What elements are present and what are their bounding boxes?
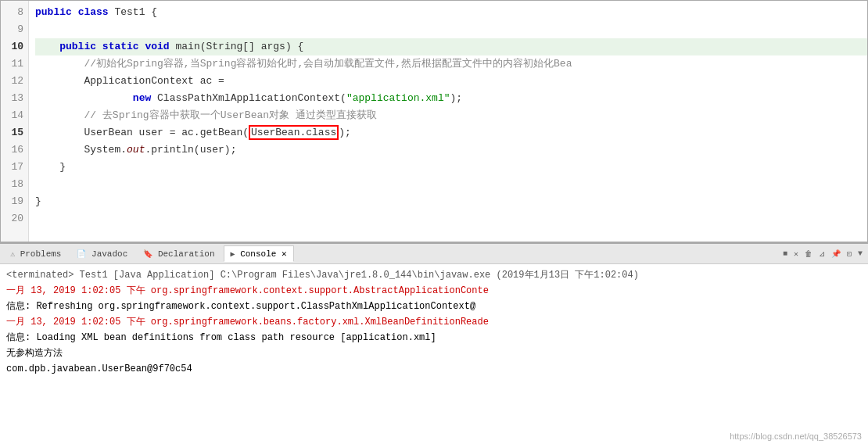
tab-declaration-label: Declaration (158, 249, 215, 259)
code-line-19: } (35, 193, 867, 210)
code-line-11: //初始化Spring容器,当Spring容器初始化时,会自动加载配置文件,然后… (35, 56, 867, 73)
console-line-4: 信息: Loading XML bean definitions from cl… (6, 330, 862, 346)
tab-problems-label: Problems (20, 249, 62, 259)
tab-javadoc[interactable]: 📄 Javadoc (70, 246, 135, 262)
code-lines[interactable]: public class Test1 { public static void … (29, 1, 867, 242)
tab-console[interactable]: ▶ Console ✕ (224, 245, 294, 262)
line-num-17: 17 (5, 159, 23, 176)
console-line-2: 信息: Refreshing org.springframework.conte… (6, 299, 862, 314)
code-line-14: // 去Spring容器中获取一个UserBean对象 通过类型直接获取 (35, 107, 867, 124)
warning-icon: ⚠ (10, 250, 15, 259)
tabs-actions: ■ ✕ 🗑 ⊿ 📌 ⊡ ▼ (780, 249, 865, 260)
line-num-16: 16 (5, 141, 23, 159)
clear-button[interactable]: 🗑 (802, 249, 815, 260)
code-line-18 (35, 176, 867, 193)
console-terminated-line: <terminated> Test1 [Java Application] C:… (6, 267, 862, 283)
line-num-18: 18 (5, 176, 23, 193)
tab-console-label: Console ✕ (240, 249, 286, 259)
line-num-9: 9 (5, 21, 23, 38)
console-line-6: com.dpb.javabean.UserBean@9f70c54 (6, 361, 862, 377)
code-line-15: UserBean user = ac.getBean(UserBean.clas… (35, 124, 867, 141)
stop-button[interactable]: ■ (780, 249, 790, 260)
console-line-3: 一月 13, 2019 1:02:05 下午 org.springframewo… (6, 314, 862, 330)
code-line-9 (35, 21, 867, 38)
line-num-14: 14 (5, 107, 23, 124)
line-num-12: 12 (5, 73, 23, 90)
line-num-15: 15 (5, 124, 23, 141)
terminate-button[interactable]: ✕ (791, 249, 801, 260)
line-num-8: 8 (5, 4, 23, 21)
tab-javadoc-label: Javadoc (91, 249, 127, 259)
console-content: <terminated> Test1 [Java Application] C:… (0, 264, 868, 444)
line-numbers: 8 9 10 11 12 13 14 15 16 17 18 19 20 (1, 1, 29, 242)
console-line-1: 一月 13, 2019 1:02:05 下午 org.springframewo… (6, 283, 862, 299)
line-num-19: 19 (5, 193, 23, 210)
console-icon: ▶ (231, 250, 235, 259)
console-line-5: 无参构造方法 (6, 346, 862, 361)
tabs-bar: ⚠ Problems 📄 Javadoc 🔖 Declaration ▶ Con… (0, 244, 868, 264)
watermark: https://blog.csdn.net/qq_38526573 (730, 431, 862, 441)
expand-button[interactable]: ⊡ (845, 249, 854, 260)
line-num-20: 20 (5, 210, 23, 227)
line-num-11: 11 (5, 56, 23, 73)
bottom-panel-wrapper: ⚠ Problems 📄 Javadoc 🔖 Declaration ▶ Con… (0, 242, 868, 444)
doc-icon: 📄 (77, 250, 86, 259)
code-line-10: public static void main(String[] args) { (35, 38, 867, 56)
tab-problems[interactable]: ⚠ Problems (3, 246, 68, 262)
tab-declaration[interactable]: 🔖 Declaration (136, 246, 221, 262)
code-line-8: public class Test1 { (35, 4, 867, 21)
view-menu-button[interactable]: ▼ (855, 249, 865, 260)
code-line-13: new ClassPathXmlApplicationContext("appl… (35, 90, 867, 107)
editor-area: 8 9 10 11 12 13 14 15 16 17 18 19 20 pub… (0, 0, 868, 242)
decl-icon: 🔖 (143, 250, 152, 259)
scroll-lock-button[interactable]: ⊿ (816, 249, 827, 260)
code-line-17: } (35, 159, 867, 176)
line-num-13: 13 (5, 90, 23, 107)
pin-button[interactable]: 📌 (829, 249, 843, 260)
code-line-20 (35, 210, 867, 227)
code-line-12: ApplicationContext ac = (35, 73, 867, 90)
line-num-10: 10 (5, 38, 23, 56)
bottom-panel: ⚠ Problems 📄 Javadoc 🔖 Declaration ▶ Con… (0, 242, 868, 444)
code-line-16: System.out.println(user); (35, 141, 867, 159)
